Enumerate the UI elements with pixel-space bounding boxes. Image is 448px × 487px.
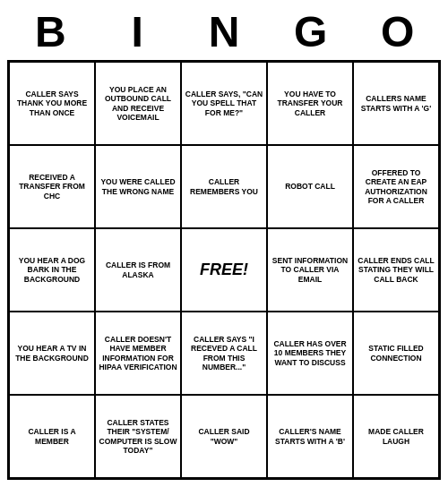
bingo-cell-24[interactable]: MADE CALLER LAUGH xyxy=(353,395,439,478)
letter-g: G xyxy=(271,7,350,56)
bingo-cell-19[interactable]: STATIC FILLED CONNECTION xyxy=(353,312,439,395)
bingo-cell-11[interactable]: CALLER IS FROM ALASKA xyxy=(95,228,181,312)
bingo-cell-23[interactable]: CALLER'S NAME STARTS WITH A 'B' xyxy=(267,395,353,478)
bingo-header: B I N G O xyxy=(7,7,441,56)
bingo-cell-22[interactable]: CALLER SAID "WOW" xyxy=(181,395,267,478)
letter-n: N xyxy=(185,7,263,56)
letter-b: B xyxy=(11,7,90,56)
letter-i: I xyxy=(98,7,177,56)
bingo-cell-13[interactable]: SENT INFORMATION TO CALLER VIA EMAIL xyxy=(267,228,353,312)
bingo-cell-20[interactable]: CALLER IS A MEMBER xyxy=(9,395,95,478)
bingo-cell-5[interactable]: RECEIVED A TRANSFER FROM CHC xyxy=(9,145,95,228)
bingo-cell-15[interactable]: YOU HEAR A TV IN THE BACKGROUND xyxy=(9,312,95,395)
bingo-cell-3[interactable]: YOU HAVE TO TRANSFER YOUR CALLER xyxy=(267,62,353,145)
bingo-cell-7[interactable]: CALLER REMEMBERS YOU xyxy=(181,145,267,228)
bingo-cell-14[interactable]: CALLER ENDS CALL STATING THEY WILL CALL … xyxy=(353,228,439,312)
bingo-cell-4[interactable]: CALLERS NAME STARTS WITH A 'G' xyxy=(353,62,439,145)
bingo-grid: CALLER SAYS THANK YOU MORE THAN ONCEYOU … xyxy=(7,60,441,480)
bingo-cell-17[interactable]: CALLER SAYS "I RECEVED A CALL FROM THIS … xyxy=(181,312,267,395)
bingo-cell-6[interactable]: YOU WERE CALLED THE WRONG NAME xyxy=(95,145,181,228)
bingo-cell-8[interactable]: ROBOT CALL xyxy=(267,145,353,228)
bingo-cell-9[interactable]: OFFERED TO CREATE AN EAP AUTHORIZATION F… xyxy=(353,145,439,228)
bingo-cell-12[interactable]: Free! xyxy=(181,228,267,312)
bingo-cell-18[interactable]: CALLER HAS OVER 10 MEMBERS THEY WANT TO … xyxy=(267,312,353,395)
bingo-cell-2[interactable]: CALLER SAYS, "CAN YOU SPELL THAT FOR ME?… xyxy=(181,62,267,145)
letter-o: O xyxy=(358,7,437,56)
bingo-cell-16[interactable]: CALLER DOESN'T HAVE MEMBER INFORMATION F… xyxy=(95,312,181,395)
bingo-cell-0[interactable]: CALLER SAYS THANK YOU MORE THAN ONCE xyxy=(9,62,95,145)
bingo-cell-10[interactable]: YOU HEAR A DOG BARK IN THE BACKGROUND xyxy=(9,228,95,312)
bingo-cell-21[interactable]: CALLER STATES THEIR "SYSTEM/ COMPUTER IS… xyxy=(95,395,181,478)
bingo-cell-1[interactable]: YOU PLACE AN OUTBOUND CALL AND RECEIVE V… xyxy=(95,62,181,145)
